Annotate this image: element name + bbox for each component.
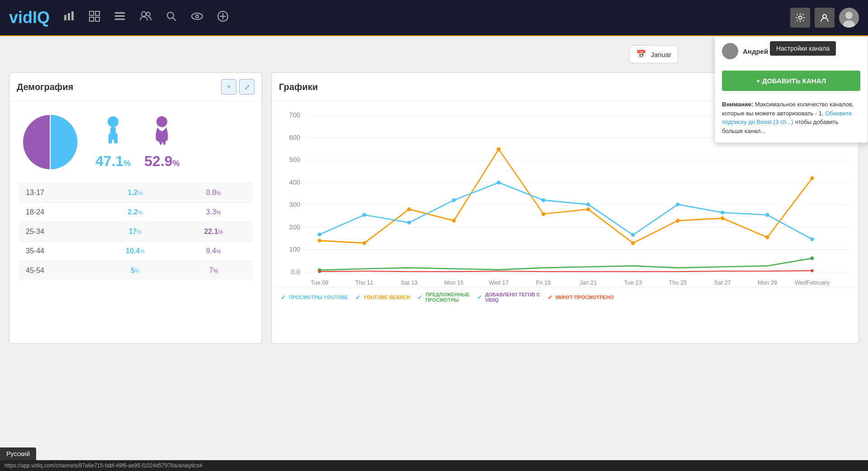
nav-bar-chart-icon[interactable] <box>63 10 75 25</box>
user-avatar[interactable] <box>839 8 859 28</box>
dropdown-avatar <box>722 43 738 59</box>
svg-point-80 <box>631 233 635 237</box>
svg-line-13 <box>173 18 176 21</box>
svg-point-65 <box>497 147 501 151</box>
female-pct-cell: 22.1% <box>175 222 253 242</box>
svg-point-69 <box>676 219 680 222</box>
svg-point-30 <box>156 116 167 127</box>
svg-point-88 <box>811 269 813 272</box>
svg-point-77 <box>497 181 501 184</box>
nav-search-icon[interactable] <box>165 10 177 25</box>
svg-point-70 <box>721 216 725 220</box>
legend-vidiq-tags[interactable]: ✔ ДОБАВЛЕНО ТЕГОВ СVIDIQ <box>477 292 540 303</box>
url-text: https://app.vidiq.com/channels/87a6e715-… <box>5 462 203 469</box>
legend-minutes-watched[interactable]: ✔ МИНУТ ПРОСМОТРЕНО <box>547 292 614 303</box>
svg-rect-0 <box>64 15 66 20</box>
female-pct-cell: 7% <box>175 261 253 281</box>
svg-text:Jan 21: Jan 21 <box>580 280 597 286</box>
notice-bold: Внимание: <box>722 101 753 108</box>
legend-label-vidiq-tags: ДОБАВЛЕНО ТЕГОВ СVIDIQ <box>485 292 540 303</box>
settings-tooltip: Настройки канала <box>770 41 836 56</box>
age-range: 45-54 <box>19 261 96 281</box>
legend-suggested-views[interactable]: ✔ ПРЕДЛОЖЕННЫЕПРОСМОТРЫ <box>417 292 470 303</box>
male-pct-cell: 5% <box>96 261 174 281</box>
legend-check-youtube-search: ✔ <box>355 294 361 301</box>
demographics-expand-button[interactable]: ⤢ <box>239 79 255 95</box>
svg-text:600: 600 <box>289 134 300 141</box>
nav-grid-icon[interactable] <box>89 10 100 25</box>
svg-rect-6 <box>95 17 99 21</box>
legend-label-youtube-search: YOUTUBE SEARCH <box>363 295 410 300</box>
svg-text:Mon 29: Mon 29 <box>758 280 777 286</box>
demographics-pie-chart <box>19 110 82 174</box>
add-channel-button[interactable]: + ДОБАВИТЬ КАНАЛ <box>722 71 860 91</box>
svg-rect-5 <box>90 17 94 21</box>
svg-point-82 <box>721 211 725 214</box>
svg-rect-32 <box>163 139 165 145</box>
svg-text:Tue 23: Tue 23 <box>624 280 642 286</box>
calendar-icon: 📅 <box>636 49 646 59</box>
svg-point-81 <box>676 203 680 206</box>
svg-rect-4 <box>95 11 99 15</box>
nav-plus-icon[interactable] <box>217 10 229 25</box>
legend-youtube-search[interactable]: ✔ YOUTUBE SEARCH <box>355 292 410 303</box>
svg-point-64 <box>452 219 456 222</box>
male-stat: 47.1% <box>95 114 131 170</box>
demographics-add-button[interactable]: + <box>221 79 236 95</box>
logo-vid: vid <box>9 8 33 27</box>
svg-text:Tue 09: Tue 09 <box>311 280 328 286</box>
svg-point-86 <box>810 257 814 260</box>
user-profile-icon[interactable] <box>815 8 835 28</box>
svg-point-72 <box>810 176 814 180</box>
date-picker-label: Januar <box>651 51 671 58</box>
male-pct-cell: 1.2% <box>96 183 174 203</box>
language-button[interactable]: Русский <box>0 447 36 460</box>
male-pct-cell: 17% <box>96 222 174 242</box>
male-percentage: 47.1% <box>95 153 131 170</box>
female-stat: 52.9% <box>144 114 179 170</box>
legend-check-vidiq-tags: ✔ <box>477 294 482 301</box>
svg-text:300: 300 <box>289 201 300 208</box>
svg-rect-3 <box>90 11 94 15</box>
nav-list-icon[interactable] <box>114 10 126 25</box>
age-demographics-table: 13-17 1.2% 0.8% 18-24 2.2% 3.3% 25-34 17… <box>19 183 253 280</box>
male-pct-cell: 2.2% <box>96 203 174 222</box>
date-picker[interactable]: 📅 Januar <box>629 45 678 63</box>
svg-text:0.0: 0.0 <box>291 268 301 276</box>
svg-point-67 <box>586 207 590 211</box>
svg-point-71 <box>765 235 769 239</box>
female-percentage: 52.9% <box>144 153 179 170</box>
demographics-card-actions: + ⤢ <box>221 79 255 95</box>
settings-gear-button[interactable] <box>790 8 810 28</box>
svg-point-10 <box>142 12 146 16</box>
svg-point-14 <box>192 13 203 19</box>
svg-point-74 <box>363 213 367 217</box>
svg-point-11 <box>146 12 150 16</box>
legend-youtube-views[interactable]: ✔ ПРОСМОТРЫ YOUTUBE <box>281 292 348 303</box>
svg-point-19 <box>799 16 802 19</box>
svg-point-20 <box>823 14 826 18</box>
nav-users-icon[interactable] <box>139 10 152 25</box>
legend-label-suggested: ПРЕДЛОЖЕННЫЕПРОСМОТРЫ <box>425 292 470 303</box>
svg-point-68 <box>631 241 635 245</box>
boost-link[interactable]: Обновите подписку до Boost (3 ch...) <box>722 110 852 126</box>
svg-point-75 <box>407 221 411 224</box>
nav-eye-icon[interactable] <box>191 11 203 24</box>
svg-text:700: 700 <box>289 111 300 119</box>
svg-rect-9 <box>115 19 125 20</box>
svg-text:Thu 11: Thu 11 <box>355 280 373 286</box>
app-logo[interactable]: vidIQ <box>9 8 50 27</box>
svg-rect-28 <box>108 133 112 143</box>
svg-rect-31 <box>160 139 162 145</box>
svg-rect-8 <box>115 15 125 17</box>
svg-text:Sat 13: Sat 13 <box>401 280 417 286</box>
svg-text:WedFebruary: WedFebruary <box>795 280 830 286</box>
svg-text:Wed 17: Wed 17 <box>489 280 509 286</box>
legend-check-minutes: ✔ <box>547 294 553 301</box>
legend-check-youtube-views: ✔ <box>281 294 286 301</box>
svg-point-15 <box>196 15 198 18</box>
svg-point-79 <box>586 203 590 206</box>
channel-settings-dropdown: Настройки канала Андрей Цыганко + ДОБАВИ… <box>714 36 868 143</box>
female-pct-cell: 9.4% <box>175 242 253 261</box>
svg-point-87 <box>318 270 321 273</box>
